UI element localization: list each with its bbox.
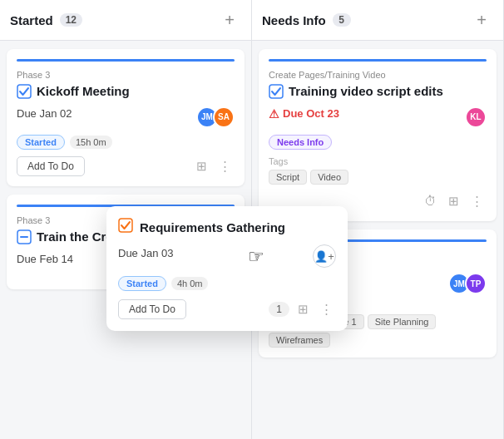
floating-checkbox-icon[interactable] xyxy=(118,218,133,236)
card-due-date: Due Feb 14 xyxy=(17,253,73,265)
card-title: Kickoff Meeting xyxy=(37,83,130,100)
floating-card-title: Requirements Gathering xyxy=(140,220,285,234)
card-phase: Phase 3 xyxy=(17,70,235,80)
floating-meta-row: Due Jan 03 👤+ xyxy=(118,244,336,268)
column-title-needs-info: Needs Info xyxy=(262,13,326,27)
floating-add-todo-button[interactable]: Add To Do xyxy=(118,299,186,319)
card-avatars: JM SA xyxy=(196,106,235,128)
card-top-bar xyxy=(17,59,235,62)
card-kickoff-meeting: Phase 3 Kickoff Meeting Due Jan 02 JM SA xyxy=(7,49,245,186)
column-header-needs-info: Needs Info 5 + xyxy=(252,0,503,41)
tag-script: Script xyxy=(269,170,307,185)
tag-video: Video xyxy=(310,170,348,185)
avatar: TP xyxy=(465,273,487,294)
card-due-overdue: ⚠ Due Oct 23 xyxy=(269,107,339,121)
card-action-row: Add To Do ⊞ ⋮ xyxy=(17,156,235,176)
floating-layout-icon[interactable]: ⊞ xyxy=(293,299,313,319)
card-meta-row: ⚠ Due Oct 23 KL xyxy=(269,106,487,128)
card-layout-icon[interactable]: ⊞ xyxy=(191,156,211,176)
floating-card-icons: 1 ⊞ ⋮ xyxy=(269,299,336,319)
card-training-video: Create Pages/Training Video Training vid… xyxy=(259,49,497,221)
card-top-bar xyxy=(269,59,487,62)
column-title-started: Started xyxy=(10,13,53,27)
card-due-text: Due Oct 23 xyxy=(283,107,339,120)
card-icons: ⏱ ⊞ ⋮ xyxy=(420,191,487,211)
add-card-started-button[interactable]: + xyxy=(218,8,241,32)
overdue-icon: ⚠ xyxy=(269,107,279,121)
tags-row: Script Video xyxy=(269,170,487,185)
card-more-icon[interactable]: ⋮ xyxy=(215,156,235,176)
column-count-started: 12 xyxy=(60,13,82,27)
floating-counter: 1 xyxy=(269,302,289,317)
floating-card-requirements: Requirements Gathering Due Jan 03 👤+ Sta… xyxy=(106,206,348,331)
floating-more-icon[interactable]: ⋮ xyxy=(316,299,336,319)
task-checkbox-icon[interactable] xyxy=(269,84,284,99)
svg-rect-2 xyxy=(20,236,28,238)
time-badge: 15h 0m xyxy=(70,136,112,149)
floating-status-row: Started 4h 0m xyxy=(118,276,336,291)
card-meta-row: Due Jan 02 JM SA xyxy=(17,106,235,128)
card-layout-icon[interactable]: ⊞ xyxy=(443,191,463,211)
floating-action-row: Add To Do 1 ⊞ ⋮ xyxy=(118,299,336,319)
card-title-row: Training video script edits xyxy=(269,83,487,100)
card-more-icon[interactable]: ⋮ xyxy=(467,191,487,211)
status-badge: Needs Info xyxy=(269,135,332,150)
avatar: KL xyxy=(465,106,487,128)
card-avatars: KL xyxy=(465,106,487,128)
card-status-row: Needs Info xyxy=(269,135,487,150)
card-title: Training video script edits xyxy=(289,83,443,100)
card-clock-icon[interactable]: ⏱ xyxy=(420,191,440,211)
floating-status-badge: Started xyxy=(118,276,166,291)
tag-wireframes: Wireframes xyxy=(269,333,330,348)
column-header-started: Started 12 + xyxy=(0,0,251,41)
tags-section: Tags Script Video xyxy=(269,156,487,185)
floating-due-date: Due Jan 03 xyxy=(118,247,174,259)
task-checkbox-icon[interactable] xyxy=(17,229,32,244)
card-status-row: Started 15h 0m xyxy=(17,135,235,150)
floating-time-badge: 4h 0m xyxy=(171,277,209,290)
board: Started 12 + Phase 3 Kickoff Meeting xyxy=(0,0,504,439)
task-checkbox-icon[interactable] xyxy=(17,84,32,99)
tags-label: Tags xyxy=(269,156,487,166)
add-card-needs-info-button[interactable]: + xyxy=(470,8,493,32)
add-todo-button[interactable]: Add To Do xyxy=(17,156,85,176)
card-phase: Create Pages/Training Video xyxy=(269,70,487,80)
card-avatars: JM TP xyxy=(448,273,487,294)
tag-site-planning: Site Planning xyxy=(368,314,437,329)
card-icons: ⊞ ⋮ xyxy=(191,156,235,176)
status-badge: Started xyxy=(17,135,65,150)
assign-button[interactable]: 👤+ xyxy=(313,244,336,268)
card-title-row: Kickoff Meeting xyxy=(17,83,235,100)
column-count-needs-info: 5 xyxy=(333,13,351,27)
floating-title-row: Requirements Gathering xyxy=(118,218,336,236)
avatar: SA xyxy=(213,106,235,128)
card-due-date: Due Jan 02 xyxy=(17,107,72,120)
